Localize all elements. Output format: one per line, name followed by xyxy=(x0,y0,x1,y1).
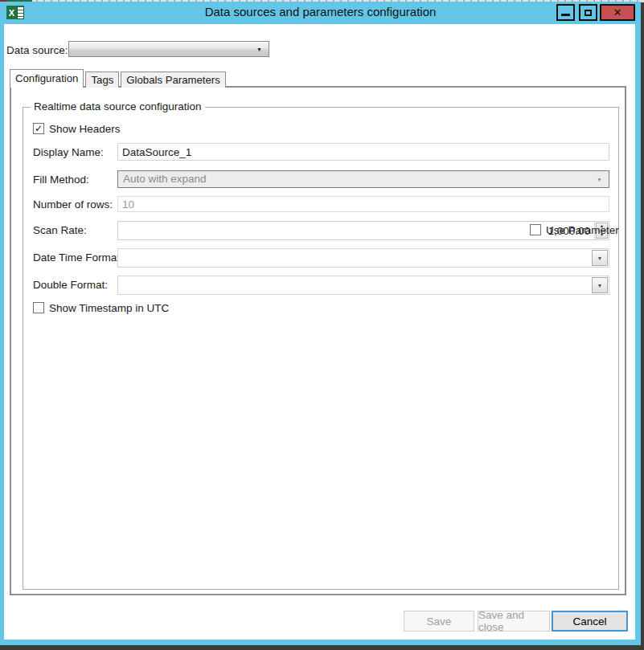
date-time-format-label: Date Time Format: xyxy=(33,251,123,264)
fill-method-value: Auto with expand xyxy=(123,173,207,185)
chevron-down-icon: ▼ xyxy=(597,256,603,261)
use-parameter-label: Use Parameter xyxy=(546,224,619,236)
fill-method-combobox: Auto with expand ▼ xyxy=(117,170,609,188)
close-icon: ✕ xyxy=(613,7,622,18)
realtime-config-groupbox: Realtime data source configuration ✓ Sho… xyxy=(23,107,619,590)
number-of-rows-label: Number of rows: xyxy=(33,198,113,211)
dialog-client-area: Data source: ▼ Configuration Tags Global… xyxy=(4,24,635,640)
show-timestamp-utc-label: Show Timestamp in UTC xyxy=(49,302,169,314)
dropdown-button[interactable]: ▼ xyxy=(592,250,608,266)
use-parameter-checkbox[interactable] xyxy=(530,224,541,235)
number-of-rows-input xyxy=(117,196,609,212)
dropdown-button[interactable]: ▼ xyxy=(592,277,608,293)
chevron-down-icon: ▼ xyxy=(256,47,262,52)
chevron-down-icon: ▼ xyxy=(597,283,603,288)
date-time-format-combobox[interactable]: ▼ xyxy=(117,248,609,268)
double-format-label: Double Format: xyxy=(33,279,108,291)
configuration-tab-panel: Realtime data source configuration ✓ Sho… xyxy=(10,86,626,595)
titlebar[interactable]: X Data sources and parameters configurat… xyxy=(0,2,641,24)
tab-strip: Configuration Tags Globals Parameters xyxy=(10,69,228,88)
scan-rate-value[interactable] xyxy=(118,222,594,239)
minimize-button[interactable] xyxy=(556,4,575,21)
display-name-label: Display Name: xyxy=(33,146,104,158)
groupbox-title: Realtime data source configuration xyxy=(31,100,205,112)
show-headers-label: Show Headers xyxy=(49,123,121,135)
data-source-label: Data source: xyxy=(6,44,68,56)
window-title: Data sources and parameters configuratio… xyxy=(0,5,641,18)
minimize-icon xyxy=(561,14,570,16)
chevron-down-icon: ▼ xyxy=(597,177,602,182)
double-format-combobox[interactable]: ▼ xyxy=(117,276,609,295)
close-button[interactable]: ✕ xyxy=(600,4,635,21)
display-name-input[interactable] xyxy=(117,143,609,161)
save-and-close-button: Save and close xyxy=(478,611,550,632)
dialog-window: X Data sources and parameters configurat… xyxy=(0,2,641,645)
fill-method-label: Fill Method: xyxy=(33,174,89,186)
save-button: Save xyxy=(404,611,474,632)
tab-tags[interactable]: Tags xyxy=(85,72,119,88)
show-timestamp-utc-checkbox[interactable] xyxy=(33,302,44,313)
maximize-button[interactable] xyxy=(579,4,597,21)
maximize-icon xyxy=(585,10,592,16)
show-headers-checkbox[interactable]: ✓ xyxy=(33,123,44,134)
scan-rate-label: Scan Rate: xyxy=(33,224,87,236)
data-source-combobox[interactable]: ▼ xyxy=(68,41,269,57)
tab-globals-parameters[interactable]: Globals Parameters xyxy=(121,72,226,88)
tab-configuration[interactable]: Configuration xyxy=(10,69,84,88)
check-icon: ✓ xyxy=(35,124,43,133)
cancel-button[interactable]: Cancel xyxy=(552,611,628,632)
